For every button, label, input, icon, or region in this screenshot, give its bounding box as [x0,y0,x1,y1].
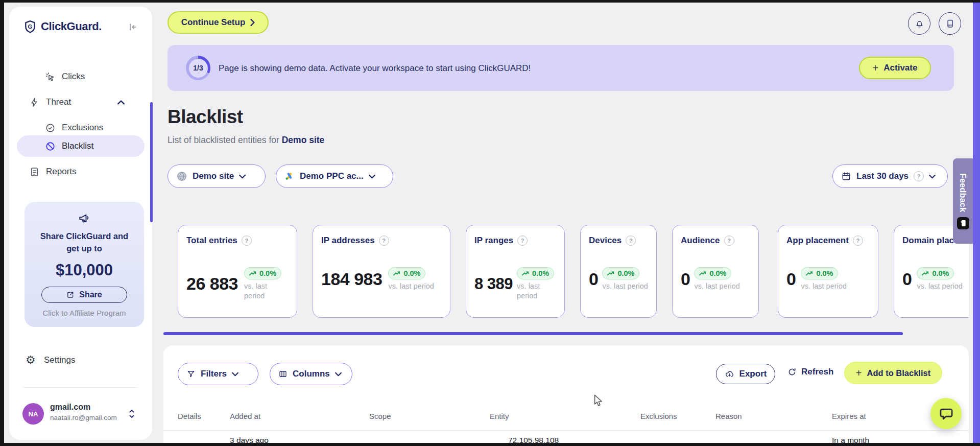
stats-card-row: Total entries? 26 883 0.0% vs. last peri… [163,225,969,319]
stat-delta: 0.0% [403,269,420,277]
ppc-account-selector[interactable]: Demo PPC ac... [276,165,393,188]
promo-amount: $10,000 [25,261,144,279]
feedback-tab[interactable]: Feedback [953,158,973,244]
trend-up-icon [922,271,929,276]
help-icon: ? [914,171,924,181]
guide-button[interactable] [939,12,961,35]
sidebar-item-clicks[interactable]: Clicks [9,66,152,87]
stat-value: 26 883 [186,274,238,294]
document-icon [29,167,40,177]
stat-delta: 0.0% [932,269,949,277]
stat-vs-label: vs. last period [517,281,556,301]
affiliate-promo-card[interactable]: Share ClickGuard and get up to $10,000 S… [25,202,144,327]
column-header-scope[interactable]: Scope [369,412,391,420]
trend-up-icon [607,271,615,276]
column-header-added-at[interactable]: Added at [230,412,260,420]
trend-up-icon [522,271,530,276]
filters-button[interactable]: Filters [178,363,258,385]
window-frame-bottom [0,443,980,446]
column-header-reason[interactable]: Reason [715,412,742,420]
sidebar-item-label: Blacklist [62,141,93,151]
continue-setup-button[interactable]: Continue Setup [168,11,269,34]
refresh-icon [787,367,797,377]
stat-value: 8 389 [474,275,513,293]
column-header-expires-at[interactable]: Expires at [832,412,866,420]
sidebar-item-settings[interactable]: ⚙ Settings [9,351,152,369]
sidebar-item-reports[interactable]: Reports [9,161,152,182]
stat-value: 0 [902,269,912,289]
date-range-value: Last 30 days [856,171,909,181]
stat-value: 184 983 [321,269,382,289]
help-icon[interactable]: ? [626,236,636,246]
svg-text:G: G [28,24,33,30]
page-scrollbar[interactable] [973,3,980,443]
help-icon[interactable]: ? [517,236,528,246]
export-button[interactable]: Export [716,364,775,384]
sidebar-item-exclusions[interactable]: Exclusions [9,118,152,138]
help-icon[interactable]: ? [379,236,389,246]
chevron-down-icon [239,174,246,179]
stat-card-audience: Audience? 0 0.0% vs. last period [672,225,759,318]
account-name: gmail.com [50,403,90,412]
help-icon[interactable]: ? [853,236,863,246]
stat-delta: 0.0% [259,269,276,277]
avatar: NA [22,403,44,425]
blacklist-table-panel: Filters Columns Export Refresh [163,345,969,443]
sidebar-item-label: Exclusions [62,123,103,133]
column-header-details[interactable]: Details [178,412,201,420]
stat-delta: 0.0% [816,269,833,277]
sidebar-collapse-button[interactable] [128,22,138,32]
feedback-chat-icon [957,217,969,229]
add-to-blacklist-button[interactable]: + Add to Blacklist [844,362,942,384]
promo-title: Share ClickGuard and get up to [36,230,133,255]
site-selector[interactable]: Demo site [168,165,266,188]
google-ads-icon [284,171,295,181]
chevron-down-icon [369,174,375,179]
cursor-click-icon [45,72,56,82]
cards-horizontal-scrollbar[interactable] [163,332,903,335]
columns-icon [278,369,288,379]
activate-button[interactable]: + Activate [859,57,931,79]
chat-widget-button[interactable] [930,398,962,429]
account-switcher[interactable]: NA gmail.com naatali.ro@gmail.com [9,400,152,429]
chevron-down-icon [335,372,342,377]
sidebar-scrollbar[interactable] [150,102,153,222]
date-range-selector[interactable]: Last 30 days ? [832,165,948,188]
settings-label: Settings [44,355,75,365]
stat-label: Devices [589,236,622,246]
cell-entity: 72.105.98.108 [508,436,559,443]
column-header-entity[interactable]: Entity [490,412,509,420]
page-subtitle-text: List of blacklisted entities for [168,135,282,145]
sidebar-item-label: Clicks [62,72,85,82]
app-window: G ClickGuard. Clicks Threat [0,0,980,446]
ppc-account-value: Demo PPC ac... [300,171,364,181]
cell-expires-at: In a month [832,436,869,443]
page-subtitle: List of blacklisted entities for Demo si… [168,135,324,146]
notifications-button[interactable] [908,12,930,35]
table-header-divider [163,430,969,431]
stat-card-devices: Devices? 0 0.0% vs. last period [580,225,657,318]
share-button[interactable]: Share [41,287,127,303]
brand-name: ClickGuard. [41,20,102,33]
chevron-up-down-icon [128,407,136,420]
ban-icon [45,141,56,152]
stat-value: 0 [589,269,598,289]
account-email: naatali.ro@gmail.com [50,414,117,421]
banner-message: Page is showing demo data. Activate your… [219,63,531,74]
plus-icon: + [873,63,879,73]
sidebar-item-label: Threat [46,97,71,107]
sidebar-item-threat[interactable]: Threat [9,92,152,112]
trend-up-icon [249,271,257,276]
export-label: Export [739,369,767,379]
help-icon[interactable]: ? [242,236,252,246]
sidebar-item-blacklist[interactable]: Blacklist [9,136,152,156]
stat-card-app-placement: App placement? 0 0.0% vs. last period [778,225,878,318]
refresh-button[interactable]: Refresh [787,367,833,377]
help-icon[interactable]: ? [724,236,734,246]
columns-button[interactable]: Columns [270,363,352,385]
column-header-exclusions[interactable]: Exclusions [640,412,677,420]
stat-vs-label: vs. last period [917,281,962,291]
sidebar-divider [23,387,138,388]
stat-value: 0 [681,269,690,289]
book-icon [945,18,955,29]
